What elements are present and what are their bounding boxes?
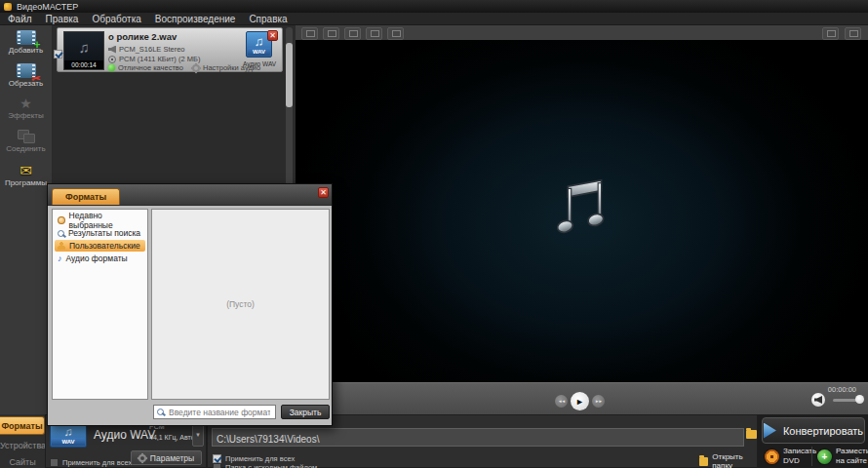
globe-plus-icon: + (817, 449, 832, 464)
tab-sites[interactable]: Сайты (0, 457, 45, 467)
burn-dvd-button[interactable]: ЗаписатьDVD (765, 445, 816, 468)
play-arrow-icon (764, 423, 776, 439)
format-category-tree: Недавно выбранные Результаты поиска Поль… (52, 209, 148, 400)
music-note-icon: ♫ (78, 39, 89, 56)
item-quality-row: Отличное качество (108, 63, 183, 72)
join-clips-icon (18, 130, 35, 143)
preview-music-note (553, 177, 610, 240)
add-film-icon: + (17, 30, 36, 45)
format-search-box[interactable] (153, 405, 276, 419)
dialog-close-button[interactable]: Закрыть (281, 405, 330, 419)
checkbox[interactable] (50, 458, 59, 467)
aspect-ratio-icon[interactable] (822, 27, 839, 40)
item-title: о ролике 2.wav (108, 31, 177, 42)
dialog-close-icon[interactable]: ✕ (318, 187, 329, 198)
envelope-icon: ✉ (20, 163, 32, 177)
convert-button[interactable]: Конвертировать (762, 417, 865, 444)
item-checkbox[interactable] (54, 50, 62, 58)
parameters-button[interactable]: Параметры (131, 450, 202, 465)
clock-icon (58, 216, 65, 224)
tab-devices[interactable]: Устройства (0, 441, 45, 450)
music-note-icon: ♫ (64, 425, 73, 439)
upload-site-button[interactable]: + Разместитьна сайте (817, 445, 868, 468)
speaker-icon (108, 46, 116, 54)
dialog-title-bar[interactable]: Форматы ✕ (48, 184, 332, 206)
title-bar: ВидеоМАСТЕР (0, 0, 868, 13)
output-path-input[interactable] (213, 431, 743, 448)
checkbox[interactable] (213, 463, 221, 468)
magnifier-icon (58, 230, 64, 237)
effects-star-icon: ★ (20, 97, 32, 110)
format-search-input[interactable] (167, 407, 272, 418)
menu-bar: Файл Правка Обработка Воспроизведение Сп… (0, 13, 868, 25)
sidebar-trim-button[interactable]: ✂ Обрезать (0, 58, 52, 92)
menu-edit[interactable]: Правка (46, 14, 79, 24)
crop-tool-icon[interactable] (301, 27, 318, 40)
sidebar: + Добавить ✂ Обрезать ★ Эффекты Соединит… (0, 25, 53, 414)
tab-formats[interactable]: Форматы (0, 416, 45, 435)
video-preview (296, 40, 868, 382)
trim-scissors-icon: ✂ (17, 63, 36, 78)
tree-item-search-results[interactable]: Результаты поиска (55, 227, 145, 239)
item-codec-row: PCM_S16LE Stereo (108, 45, 185, 54)
output-params: 44,1 КГц, Авто (149, 434, 195, 441)
open-folder-button[interactable]: Открыть папку (699, 452, 757, 468)
fullscreen-icon[interactable] (845, 27, 861, 40)
playback-time: 00:00:00 (828, 385, 856, 394)
dvd-disc-icon (765, 449, 779, 464)
empty-placeholder: (Пусто) (226, 299, 255, 309)
category-tabs: Форматы Устройства Сайты (0, 414, 45, 468)
sidebar-effects-button: ★ Эффекты (0, 92, 52, 125)
formats-dialog: Форматы ✕ Недавно выбранные Результаты п… (47, 183, 333, 426)
gear-icon (138, 454, 146, 462)
convert-panel: Конвертировать ЗаписатьDVD + Разместитьн… (758, 414, 868, 468)
window-title: ВидеоМАСТЕР (17, 2, 78, 12)
remove-item-button[interactable]: ✕ (267, 30, 278, 41)
tree-item-recent[interactable]: Недавно выбранные (55, 214, 145, 226)
text-tool-icon[interactable] (344, 27, 361, 40)
app-icon (4, 3, 12, 11)
file-list-item[interactable]: ♫ 00:00:14 о ролике 2.wav PCM_S16LE Ster… (57, 27, 283, 72)
menu-file[interactable]: Файл (8, 14, 32, 24)
speed-tool-icon[interactable] (387, 27, 404, 40)
dialog-tab-formats[interactable]: Форматы (52, 188, 120, 205)
sidebar-programs-button[interactable]: ✉ Программы (0, 158, 52, 191)
magnifier-icon (157, 409, 164, 415)
scrollbar-thumb[interactable] (286, 43, 293, 107)
menu-processing[interactable]: Обработка (92, 14, 140, 24)
format-list-panel: (Пусто) (151, 209, 330, 400)
output-format-name: Аудио WAV (94, 428, 155, 442)
gear-icon (192, 64, 200, 72)
item-thumbnail: ♫ 00:00:14 (63, 31, 104, 70)
tree-item-audio-formats[interactable]: ♪ Аудио форматы (55, 253, 145, 264)
sidebar-add-button[interactable]: + Добавить (0, 25, 52, 58)
previous-button[interactable]: ◄◄ (555, 395, 568, 408)
tree-item-custom[interactable]: Пользовательские (55, 240, 145, 252)
play-button[interactable]: ► (571, 392, 589, 410)
user-icon (58, 242, 65, 250)
volume-icon[interactable] (811, 393, 825, 407)
quality-dot-icon (108, 64, 115, 71)
output-path-field[interactable] (212, 428, 744, 447)
volume-knob[interactable] (855, 395, 864, 404)
menu-help[interactable]: Справка (249, 14, 287, 24)
source-folder-checkbox[interactable]: Папка с исходным файлом (213, 458, 317, 468)
playback-bar: 00:00:00 ◄◄ ► ►► (296, 382, 868, 414)
music-note-icon: ♪ (58, 254, 62, 263)
effects-tool-icon[interactable] (323, 27, 339, 40)
format-badge-label: Аудио WAV (231, 60, 288, 67)
videomaster-window: ВидеоМАСТЕР Файл Правка Обработка Воспро… (0, 0, 868, 468)
item-format-row: PCM (1411 КБит) (2 МБ) (108, 55, 200, 63)
divider (811, 447, 812, 466)
browse-folder-icon[interactable] (746, 430, 757, 439)
music-note-icon: ♫ (255, 34, 264, 49)
improve-tool-icon[interactable] (366, 27, 382, 40)
next-button[interactable]: ►► (592, 395, 605, 408)
folder-icon (699, 457, 708, 466)
item-duration: 00:00:14 (64, 60, 103, 69)
sidebar-join-button: Соединить (0, 125, 52, 158)
menu-playback[interactable]: Воспроизведение (155, 14, 236, 24)
disc-icon (108, 56, 116, 63)
apply-format-all-checkbox[interactable]: Применить для всех (50, 453, 132, 468)
